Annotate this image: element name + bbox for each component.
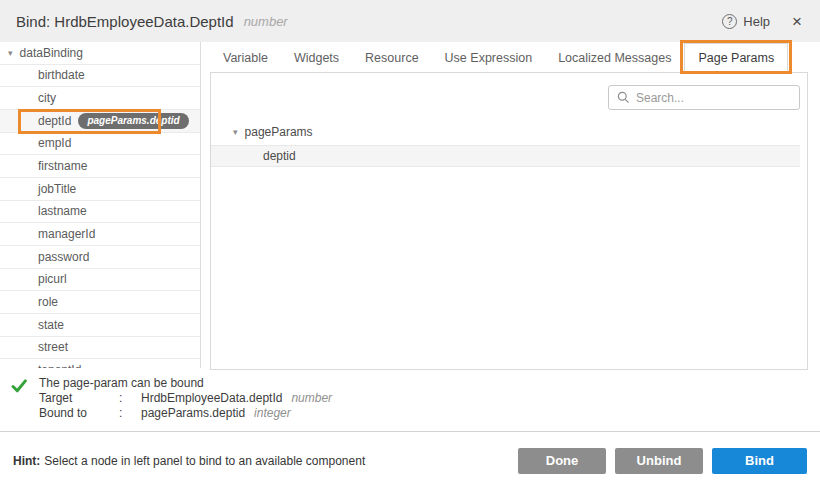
sidebar-item-label: picurl — [38, 272, 67, 286]
hint-label: Hint: — [13, 454, 40, 468]
search-input[interactable] — [636, 91, 791, 105]
sidebar-item-jobtitle[interactable]: jobTitle — [0, 178, 200, 201]
tree-node-pageparams[interactable]: ▾ pageParams — [211, 123, 807, 141]
success-check-icon — [10, 377, 28, 398]
sidebar-item-street[interactable]: street — [0, 337, 200, 360]
header-actions: ? Help × — [722, 13, 802, 30]
close-icon[interactable]: × — [792, 13, 802, 30]
sidebar-item-city[interactable]: city — [0, 87, 200, 110]
status-message: The page-param can be bound — [39, 376, 332, 391]
sidebar-item-empid[interactable]: empId — [0, 133, 200, 156]
page-params-panel: ▾ pageParams deptid — [210, 72, 808, 370]
sidebar-item-label: lastname — [38, 204, 87, 218]
tree-node-deptid[interactable]: deptid — [211, 145, 800, 167]
help-icon[interactable]: ? — [722, 14, 737, 29]
status-type: number — [291, 391, 332, 406]
dialog-title-type: number — [244, 14, 288, 29]
status-target-row: Target : HrdbEmployeeData.deptId number — [39, 391, 332, 406]
sidebar-item-label: firstname — [38, 159, 87, 173]
sidebar-item-picurl[interactable]: picurl — [0, 269, 200, 292]
tab-use-expression[interactable]: Use Expression — [432, 44, 546, 72]
tab-label: Variable — [223, 51, 268, 65]
sidebar-item-state[interactable]: state — [0, 314, 200, 337]
dialog-header: Bind: HrdbEmployeeData.DeptId number ? H… — [0, 0, 820, 42]
tab-widgets[interactable]: Widgets — [281, 44, 352, 72]
sidebar-item-managerid[interactable]: managerId — [0, 223, 200, 246]
sidebar-item-label: city — [38, 91, 56, 105]
sidebar-item-lastname[interactable]: lastname — [0, 201, 200, 224]
search-box[interactable] — [608, 85, 800, 110]
bind-source-tabs: Variable Widgets Resource Use Expression… — [210, 42, 808, 72]
status-value: HrdbEmployeeData.deptId — [141, 391, 282, 406]
binding-tree-panel: ▾ dataBinding birthdate city deptId page… — [0, 42, 201, 368]
footer-buttons: Done Unbind Bind — [518, 448, 807, 474]
tab-label: Use Expression — [445, 51, 533, 65]
tree-node-label: pageParams — [245, 125, 313, 139]
page-params-tree: ▾ pageParams deptid — [211, 123, 807, 167]
hint-text: Hint:Select a node in left panel to bind… — [13, 454, 365, 468]
dialog-title: Bind: HrdbEmployeeData.DeptId — [16, 13, 234, 30]
sidebar-item-firstname[interactable]: firstname — [0, 155, 200, 178]
caret-down-icon[interactable]: ▾ — [8, 48, 13, 58]
status-type: integer — [254, 406, 291, 421]
tab-label: Resource — [365, 51, 419, 65]
binding-status: The page-param can be bound Target : Hrd… — [10, 376, 810, 422]
status-colon: : — [119, 391, 141, 406]
sidebar-item-label: deptId — [38, 114, 71, 128]
sidebar-item-label: empId — [38, 136, 71, 150]
tab-localized-messages[interactable]: Localized Messages — [545, 44, 684, 72]
tab-label: Widgets — [294, 51, 339, 65]
sidebar-item-birthdate[interactable]: birthdate — [0, 65, 200, 88]
sidebar-item-label: password — [38, 250, 89, 264]
status-lines: The page-param can be bound Target : Hrd… — [39, 376, 332, 422]
tab-label: Localized Messages — [558, 51, 671, 65]
sidebar-item-label: managerId — [38, 227, 95, 241]
sidebar-item-label: tenantId — [38, 363, 81, 368]
tab-page-params[interactable]: Page Params — [684, 43, 788, 73]
sidebar-item-label: birthdate — [38, 68, 85, 82]
sidebar-item-deptid[interactable]: deptId pageParams.deptid — [0, 110, 200, 133]
tab-label: Page Params — [698, 51, 774, 65]
search-icon — [617, 91, 630, 104]
done-button[interactable]: Done — [518, 448, 606, 474]
sidebar-item-password[interactable]: password — [0, 246, 200, 269]
status-boundto-row: Bound to : pageParams.deptid integer — [39, 406, 332, 421]
sidebar-item-tenantid[interactable]: tenantId — [0, 359, 200, 368]
sidebar-item-label: jobTitle — [38, 182, 76, 196]
help-button[interactable]: Help — [743, 14, 770, 29]
sidebar-item-role[interactable]: role — [0, 291, 200, 314]
bound-param-badge: pageParams.deptid — [78, 113, 188, 129]
sidebar-item-label: role — [38, 295, 58, 309]
status-value: pageParams.deptid — [141, 406, 245, 421]
status-label: Target — [39, 391, 119, 406]
caret-down-icon[interactable]: ▾ — [233, 127, 238, 137]
sidebar-item-label: street — [38, 340, 68, 354]
dialog-footer: Hint:Select a node in left panel to bind… — [0, 432, 820, 489]
sidebar-item-databinding[interactable]: ▾ dataBinding — [0, 42, 200, 65]
status-colon: : — [119, 406, 141, 421]
status-label: Bound to — [39, 406, 119, 421]
sidebar-item-label: state — [38, 318, 64, 332]
bind-button[interactable]: Bind — [712, 448, 807, 474]
unbind-button[interactable]: Unbind — [615, 448, 703, 474]
tab-resource[interactable]: Resource — [352, 44, 432, 72]
sidebar-root-label: dataBinding — [20, 46, 83, 60]
tree-node-label: deptid — [263, 149, 296, 163]
tab-variable[interactable]: Variable — [210, 44, 281, 72]
